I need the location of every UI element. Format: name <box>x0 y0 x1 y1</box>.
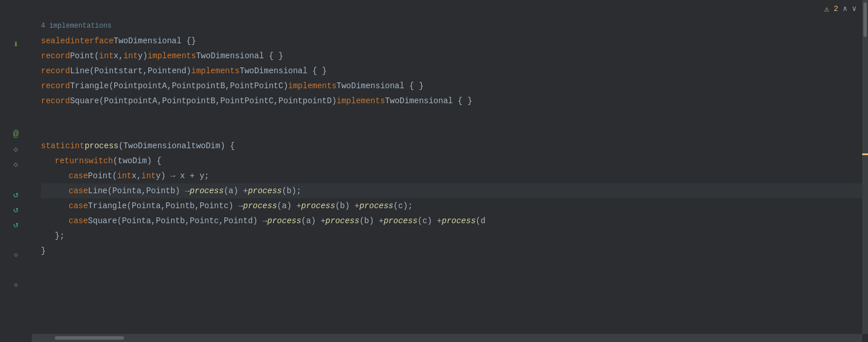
token-Triangle2: Triangle( <box>88 198 132 213</box>
token-implements3: implements <box>288 78 337 93</box>
token-Point19: Point <box>190 213 214 228</box>
scrollbar-thumb-vertical[interactable] <box>863 2 867 37</box>
gutter-row <box>0 82 32 97</box>
token-pointA1: pointA, <box>138 78 172 93</box>
token-process6: process <box>359 198 393 213</box>
diamond-small-icon: ◇ <box>14 251 18 258</box>
token-case2: case <box>69 183 88 198</box>
token-c2: c, <box>214 213 224 228</box>
token-x2: x, <box>131 168 141 183</box>
code-line-3: record Line (Point start, Point end) imp… <box>41 63 868 78</box>
token-Point12: Point <box>112 183 137 198</box>
gutter-row-diamond-sm2[interactable]: ◇ <box>0 277 32 292</box>
token-Point3: Point <box>148 63 172 78</box>
gutter-row <box>0 232 32 247</box>
token-Point13: Point <box>146 183 170 198</box>
token-implements4: implements <box>337 93 385 108</box>
nav-down-arrow[interactable]: ∨ <box>852 4 856 13</box>
code-line-12: }; <box>41 228 868 243</box>
token-Line2: Line( <box>88 183 112 198</box>
scrollbar-marker-warning <box>862 153 868 155</box>
gutter-row-at[interactable]: @ <box>0 127 32 142</box>
refresh-icon: ↺ <box>13 219 18 230</box>
token-Point8: Point <box>162 93 186 108</box>
token-c1: c) → <box>224 198 243 213</box>
token-twoDim1: twoDim) { <box>191 138 235 153</box>
code-line-5: record Square (Point pointA, Point point… <box>41 93 868 108</box>
token-case4: case <box>69 213 88 228</box>
vertical-scrollbar[interactable] <box>862 0 868 334</box>
code-line-4: record Triangle(Point pointA, Point poin… <box>41 78 868 93</box>
token-TwoDimensional2: TwoDimensional { } <box>240 63 327 78</box>
diamond-icon: ◇ <box>14 160 18 169</box>
code-container[interactable]: 4 implementations sealed interface TwoDi… <box>32 17 868 342</box>
token-call4: (b) + <box>335 198 359 213</box>
gutter-row <box>0 292 32 307</box>
token-Point14: Point <box>131 198 156 213</box>
gutter-row-refresh2[interactable]: ↺ <box>0 202 32 217</box>
token-Point15: Point <box>166 198 190 213</box>
token-Point1: Point <box>70 48 94 63</box>
token-process3: process <box>248 183 282 198</box>
token-d1: d) → <box>248 213 268 228</box>
token-Point2: Point <box>94 63 118 78</box>
horizontal-scrollbar[interactable] <box>32 334 862 342</box>
implementations-label-line: 4 implementations <box>41 18 868 33</box>
token-b1: b) → <box>170 183 190 198</box>
gutter-row <box>0 67 32 82</box>
token-end: end) <box>172 63 191 78</box>
token-paren5: (twoDim) { <box>113 153 161 168</box>
token-record4: record <box>41 93 70 108</box>
token-Point9: Point <box>220 93 245 108</box>
token-Point7: Point <box>104 93 128 108</box>
gutter-row-refresh3[interactable]: ↺ <box>0 217 32 232</box>
at-icon: @ <box>13 129 19 140</box>
token-implements2: implements <box>191 63 240 78</box>
token-a3: a, <box>146 213 156 228</box>
gutter-row-refresh1[interactable]: ↺ <box>0 187 32 202</box>
token-record3: record <box>41 78 70 93</box>
gutter-row-impl[interactable]: ⬇ <box>0 37 32 52</box>
token-PointC1: PointC) <box>254 78 288 93</box>
token-call9: (d <box>476 213 486 228</box>
nav-up-arrow[interactable]: ∧ <box>843 4 847 13</box>
code-line-2: record Point (int x, int y) implements T… <box>41 48 868 63</box>
token-int1: int <box>99 48 114 63</box>
token-call1: (a) + <box>224 183 248 198</box>
token-paren4: ( <box>118 138 123 153</box>
gutter-row-diamond1[interactable]: ◇ <box>0 142 32 157</box>
token-pointA2: pointA, <box>128 93 162 108</box>
token-pointB1: pointB, <box>196 78 230 93</box>
gutter-row <box>0 112 32 127</box>
token-int5: int <box>141 168 156 183</box>
impl-icon: ⬇ <box>13 39 19 50</box>
token-Triangle1: Triangle( <box>70 78 114 93</box>
scrollbar-thumb-horizontal[interactable] <box>55 336 124 340</box>
gutter-row <box>0 262 32 277</box>
top-bar: ⚠ 2 ∧ ∨ <box>32 0 868 17</box>
token-brace-close1: }; <box>55 228 65 243</box>
token-return: return <box>55 153 84 168</box>
gutter-row <box>0 172 32 187</box>
gutter-row-diamond2[interactable]: ◇ <box>0 157 32 172</box>
token-case1: case <box>69 168 88 183</box>
empty-line-1 <box>41 108 868 123</box>
token-paren3: ( <box>99 93 104 108</box>
token-process10: process <box>442 213 476 228</box>
gutter-row-diamond-sm1[interactable]: ◇ <box>0 247 32 262</box>
token-process9: process <box>384 213 418 228</box>
token-Point4: Point <box>114 78 138 93</box>
diamond-small-icon: ◇ <box>14 281 18 288</box>
diamond-icon: ◇ <box>14 145 18 154</box>
token-record2: record <box>41 63 70 78</box>
code-line-9: case Line(Point a, Point b) → process(a)… <box>41 183 868 198</box>
code-line-13: } <box>41 243 868 258</box>
warning-triangle-icon: ⚠ <box>824 4 829 14</box>
token-TwoDimensional1: TwoDimensional { } <box>196 48 283 63</box>
token-process2: process <box>190 183 224 198</box>
token-call8: (c) + <box>418 213 442 228</box>
code-line-11: case Square(Point a, Point b, Point c, P… <box>41 213 868 228</box>
token-y: y) <box>138 48 148 63</box>
token-TwoDimensional5: TwoDimensional <box>123 138 191 153</box>
token-call2: (b); <box>282 183 302 198</box>
